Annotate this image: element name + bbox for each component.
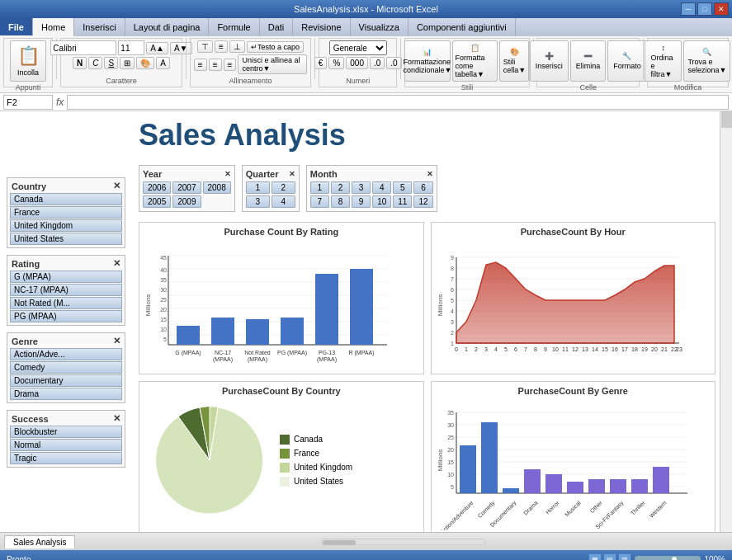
decimal-inc-button[interactable]: .0	[370, 57, 385, 69]
cell-reference-input[interactable]	[3, 95, 53, 110]
genre-item-comedy[interactable]: Comedy	[10, 361, 122, 374]
quarter-1[interactable]: 1	[246, 181, 270, 194]
tab-formule[interactable]: Formule	[209, 18, 259, 36]
tab-visualizza[interactable]: Visualizza	[351, 18, 409, 36]
font-size-input[interactable]	[118, 40, 144, 55]
align-top-button[interactable]: ⊤	[197, 40, 213, 53]
year-2008[interactable]: 2008	[203, 181, 231, 194]
month-1[interactable]: 1	[310, 181, 329, 194]
align-right-button[interactable]: ≡	[224, 59, 237, 71]
font-name-input[interactable]	[50, 40, 116, 55]
insert-cell-button[interactable]: ➕Inserisci	[530, 40, 569, 82]
find-select-button[interactable]: 🔍Trova eseleziona▼	[683, 40, 730, 82]
align-center-button[interactable]: ≡	[209, 59, 222, 71]
month-11[interactable]: 11	[393, 195, 412, 208]
success-item-blockbuster[interactable]: Blockbuster	[10, 426, 122, 438]
genre-item-action[interactable]: Action/Adve...	[10, 348, 122, 360]
font-color-button[interactable]: A	[156, 57, 170, 69]
success-item-tragic[interactable]: Tragic	[10, 452, 122, 464]
percent-button[interactable]: %	[328, 57, 344, 69]
year-2005[interactable]: 2005	[143, 195, 171, 208]
country-item-us[interactable]: United States	[10, 233, 122, 245]
month-12[interactable]: 12	[413, 195, 432, 208]
sort-filter-button[interactable]: ↕Ordinae filtra▼	[645, 40, 682, 82]
minimize-button[interactable]: ─	[681, 2, 696, 16]
page-break-button[interactable]: ▥	[618, 553, 631, 560]
year-2009[interactable]: 2009	[172, 195, 201, 208]
genre-item-documentary[interactable]: Documentary	[10, 374, 122, 387]
svg-text:(MPAA): (MPAA)	[213, 356, 233, 363]
format-cell-button[interactable]: 🔧Formato	[607, 40, 647, 82]
align-bot-button[interactable]: ⊥	[229, 40, 245, 53]
rating-item-pg[interactable]: PG (MPAA)	[10, 310, 122, 322]
sheet-tab-sales-analysis[interactable]: Sales Analysis	[4, 535, 75, 548]
tab-dati[interactable]: Dati	[260, 18, 294, 36]
month-4[interactable]: 4	[372, 181, 391, 194]
month-5[interactable]: 5	[393, 181, 412, 194]
conditional-format-button[interactable]: 📊Formattazionecondizionale▼	[404, 40, 450, 82]
maximize-button[interactable]: □	[697, 2, 712, 16]
quarter-4[interactable]: 4	[272, 195, 295, 208]
font-grow-button[interactable]: A▲	[146, 42, 168, 54]
quarter-2[interactable]: 2	[272, 181, 295, 194]
tab-componenti[interactable]: Componenti aggiuntivi	[409, 18, 516, 36]
month-8[interactable]: 8	[331, 195, 350, 208]
month-7[interactable]: 7	[310, 195, 329, 208]
delete-cell-button[interactable]: ➖Elimina	[570, 40, 607, 82]
fill-color-button[interactable]: 🎨	[136, 57, 154, 69]
tab-file[interactable]: File	[0, 18, 33, 36]
bold-button[interactable]: N	[73, 57, 87, 69]
horizontal-scrollbar[interactable]	[79, 539, 728, 545]
rating-item-notrated[interactable]: Not Rated (M...	[10, 297, 122, 309]
month-9[interactable]: 9	[352, 195, 371, 208]
cell-styles-button[interactable]: 🎨Stilicella▼	[499, 40, 529, 82]
rating-item-nc17[interactable]: NC-17 (MPAA)	[10, 284, 122, 296]
tab-home[interactable]: Home	[33, 18, 74, 36]
vertical-scrollbar[interactable]	[720, 111, 732, 532]
country-filter-icon[interactable]: ✕	[113, 181, 120, 191]
tab-revisione[interactable]: Revisione	[293, 18, 350, 36]
genre-filter-icon[interactable]: ✕	[113, 336, 120, 346]
underline-button[interactable]: S	[104, 57, 118, 69]
rating-filter-icon[interactable]: ✕	[113, 258, 120, 269]
country-item-canada[interactable]: Canada	[10, 193, 122, 205]
year-2007[interactable]: 2007	[172, 181, 201, 194]
page-layout-button[interactable]: ▤	[603, 553, 616, 560]
country-item-france[interactable]: France	[10, 206, 122, 219]
tab-inserisci[interactable]: Inserisci	[74, 18, 125, 36]
year-2006[interactable]: 2006	[143, 181, 171, 194]
normal-view-button[interactable]: ▦	[588, 553, 602, 560]
month-10[interactable]: 10	[372, 195, 391, 208]
success-item-normal[interactable]: Normal	[10, 439, 122, 451]
tab-layout[interactable]: Layout di pagina	[125, 18, 210, 36]
country-item-uk[interactable]: United Kingdom	[10, 219, 122, 232]
scrollbar-thumb[interactable]	[721, 111, 732, 128]
format-table-button[interactable]: 📋Formattacome tabella▼	[452, 40, 498, 82]
thousand-button[interactable]: 000	[346, 57, 368, 69]
month-3[interactable]: 3	[352, 181, 371, 194]
quarter-3[interactable]: 3	[246, 195, 270, 208]
close-button[interactable]: ✕	[714, 2, 729, 16]
year-filter-close[interactable]: ✕	[224, 170, 231, 178]
border-button[interactable]: ⊞	[120, 57, 135, 69]
merge-button[interactable]: Unisci e allinea al centro▼	[238, 54, 307, 74]
italic-button[interactable]: C	[88, 57, 102, 69]
font-shrink-button[interactable]: A▼	[170, 42, 192, 54]
quarter-filter-close[interactable]: ✕	[289, 170, 295, 178]
formula-input[interactable]	[67, 95, 729, 110]
decimal-dec-button[interactable]: .0	[386, 57, 401, 69]
paste-button[interactable]: 📋 Incolla	[10, 40, 46, 82]
month-2[interactable]: 2	[331, 181, 350, 194]
month-filter-close[interactable]: ✕	[427, 170, 433, 178]
genre-item-drama[interactable]: Drama	[10, 388, 122, 400]
success-filter-icon[interactable]: ✕	[113, 413, 120, 424]
zoom-slider-thumb[interactable]	[671, 556, 678, 560]
wrap-button[interactable]: ↵Testo a capo	[247, 41, 304, 53]
month-6[interactable]: 6	[413, 181, 432, 194]
align-left-button[interactable]: ≡	[194, 59, 207, 71]
zoom-slider[interactable]	[635, 556, 701, 560]
number-format-select[interactable]: Generale	[329, 40, 387, 55]
rating-item-g[interactable]: G (MPAA)	[10, 271, 122, 283]
align-mid-button[interactable]: ≡	[215, 40, 228, 53]
currency-button[interactable]: €	[314, 57, 328, 69]
